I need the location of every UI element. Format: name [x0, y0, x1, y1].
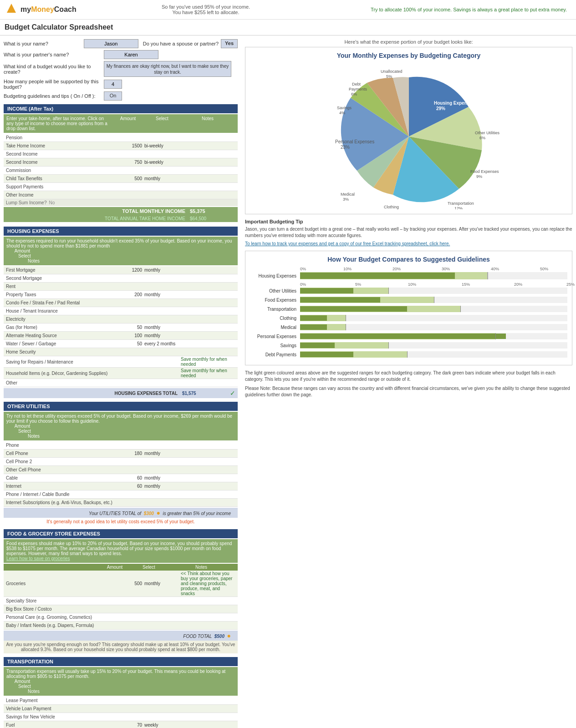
food-col-header: Amount Select Notes: [4, 564, 238, 571]
header-progress: So far you've used 95% of your income. Y…: [86, 4, 326, 15]
income-row-second1: Second Income: [4, 150, 238, 158]
bar-note: The light green coloured areas above are…: [245, 370, 572, 383]
svg-text:29%: 29%: [436, 106, 445, 111]
food-total-row: FOOD TOTAL $500 ●: [4, 631, 238, 641]
svg-text:Clothing: Clothing: [384, 205, 399, 209]
header-tip: Try to allocate 100% of your income. Sav…: [326, 7, 571, 12]
bar-row-clothing: Clothing: [250, 315, 567, 321]
utilities-warning-dot: ●: [156, 509, 160, 516]
pie-chart-area: Housing Expenses 29% Other Utilities 6% …: [250, 64, 567, 209]
util-row-internet: Internet 60 monthly: [4, 482, 238, 490]
trans-row-loan: Vehicle Loan Payment: [4, 705, 238, 713]
guideline-label: Budgeting guidelines and tips ( On / Off…: [4, 93, 104, 99]
bar-row-personal: Personal Expenses: [250, 333, 567, 339]
bar-chart-container: How Your Budget Compares to Suggested Gu…: [245, 251, 572, 365]
income-header: INCOME (After Tax): [4, 104, 238, 113]
svg-text:Transportation: Transportation: [448, 201, 474, 206]
people-label: How many people will be supported by thi…: [4, 79, 104, 90]
svg-text:4%: 4%: [339, 111, 345, 115]
tip-title: Important Budgeting Tip: [245, 219, 572, 224]
food-row-specialty: Specialty Store: [4, 597, 238, 605]
name-input[interactable]: [84, 39, 138, 48]
svg-text:5%: 5%: [386, 74, 392, 79]
util-row-cell1: Cell Phone 180 monthly: [4, 450, 238, 458]
name-row: What is your name? Do you have a spouse …: [4, 39, 238, 48]
tip-link[interactable]: To learn how to track your expenses and …: [245, 241, 450, 246]
housing-row-household: Household Items (e.g. Décor, Gardening S…: [4, 368, 238, 379]
trans-row-fuel: Fuel 70 weekly: [4, 721, 238, 728]
util-row-subscriptions: Internet Subscriptions (e.g. Anti-Virus,…: [4, 499, 238, 507]
food-warning-text: Are you sure you're spending enough on f…: [4, 641, 238, 653]
logo-icon: [5, 3, 18, 16]
bar-chart-title: How Your Budget Compares to Suggested Gu…: [250, 256, 567, 263]
income-row-support: Support Payments: [4, 183, 238, 191]
bar-row-food: Food Expenses: [250, 297, 567, 303]
bar-row-housing: Housing Expenses: [250, 272, 567, 279]
svg-text:Other Utilities: Other Utilities: [475, 131, 500, 135]
svg-text:3%: 3%: [343, 197, 349, 202]
partner-name-input[interactable]: [104, 50, 158, 59]
right-panel: Here's what the expense portion of your …: [241, 35, 576, 728]
svg-text:6%: 6%: [351, 92, 357, 96]
logo: myMoneyCoach: [5, 3, 76, 16]
housing-row-rent: Rent: [4, 283, 238, 291]
food-desc: Food expenses should make up 10% to 20% …: [4, 539, 238, 563]
bar-row-medical: Medical: [250, 324, 567, 330]
income-total-value: $5,375: [190, 208, 235, 214]
housing-row-property-tax: Property Taxes 200 monthly: [4, 291, 238, 299]
page-title: Budget Calculator Spreadsheet: [0, 20, 576, 35]
food-total-value: $500: [214, 634, 224, 639]
svg-text:Housing Expenses: Housing Expenses: [434, 101, 475, 106]
income-annual-row: TOTAL ANNUAL TAKE HOME INCOME $64,500: [4, 215, 238, 222]
bar-axis-others: 0% 5% 10% 15% 20% 25% 30%: [300, 282, 567, 287]
housing-row-condo: Condo Fee / Strata Fee / Pad Rental: [4, 299, 238, 307]
income-row-childtax: Child Tax Benefits 500 monthly: [4, 175, 238, 183]
income-row-commission: Commission: [4, 167, 238, 175]
svg-text:Personal Expenses: Personal Expenses: [335, 139, 374, 144]
util-row-phone: Phone: [4, 441, 238, 450]
housing-row-alternate-heat: Alternate Heating Source 100 monthly: [4, 332, 238, 340]
housing-row-electricity: Electricity: [4, 315, 238, 324]
food-row-baby: Baby / Infant Needs (e.g. Diapers, Formu…: [4, 622, 238, 630]
chart1-intro: Here's what the expense portion of your …: [245, 39, 572, 45]
housing-row-other: Other: [4, 379, 238, 387]
svg-text:9%: 9%: [476, 174, 482, 179]
food-row-personalcare: Personal Care (e.g. Grooming, Cosmetics): [4, 613, 238, 622]
housing-row-mortgage1: First Mortgage 1200 monthly: [4, 266, 238, 274]
logo-text: myMoneyCoach: [20, 5, 76, 14]
housing-row-mortgage2: Second Mortgage: [4, 274, 238, 283]
partner-name-label: What is your partner's name?: [4, 52, 104, 57]
housing-check-icon: ✓: [230, 389, 235, 397]
housing-header: HOUSING EXPENSES: [4, 227, 238, 236]
people-row: How many people will be supported by thi…: [4, 79, 238, 90]
header: myMoneyCoach So far you've used 95% of y…: [0, 0, 576, 20]
budget-type-input[interactable]: My finances are okay right now, but I wa…: [104, 61, 231, 77]
utilities-desc: Try not to let these utility expenses ex…: [4, 412, 238, 440]
svg-text:Food Expenses: Food Expenses: [470, 169, 499, 174]
utilities-warning-text: It's generally not a good idea to let ut…: [4, 518, 238, 526]
bar-row-transport: Transportation: [250, 306, 567, 312]
partner-name-row: What is your partner's name?: [4, 50, 238, 59]
housing-row-gas: Gas (for Home) 50 monthly: [4, 324, 238, 332]
income-desc: Enter your take-home, after tax income. …: [4, 114, 238, 133]
food-row-costco: Big Box Store / Costco: [4, 605, 238, 613]
people-input[interactable]: [104, 80, 122, 89]
utilities-total-row: Your UTILITIES TOTAL of $300 ● is greate…: [4, 508, 238, 518]
transport-desc: Transportation expenses will usually tak…: [4, 667, 238, 696]
budget-type-label: What kind of a budget would you like to …: [4, 64, 104, 75]
transport-header: TRANSPORTATION: [4, 657, 238, 666]
income-row-takehome: Take Home Income 1500 bi-weekly: [4, 142, 238, 150]
svg-text:Unallocated: Unallocated: [381, 69, 403, 74]
partner-answer: Yes: [221, 39, 238, 48]
svg-text:23%: 23%: [341, 145, 350, 150]
svg-text:Payments: Payments: [349, 87, 367, 91]
svg-text:Debt: Debt: [352, 82, 361, 86]
util-row-cell2: Cell Phone 2: [4, 458, 238, 466]
bar-axis-housing: 0% 10% 20% 30% 40% 50%: [300, 267, 567, 271]
income-total-row: TOTAL MONTHLY INCOME $5,375: [4, 207, 238, 215]
housing-row-repairs: Saving for Repairs / Maintenance Save mo…: [4, 356, 238, 368]
svg-text:Medical: Medical: [341, 192, 355, 197]
budget-type-row: What kind of a budget would you like to …: [4, 61, 238, 77]
income-row-pension: Pension: [4, 134, 238, 142]
food-link[interactable]: Learn how to save on groceries: [6, 556, 70, 561]
